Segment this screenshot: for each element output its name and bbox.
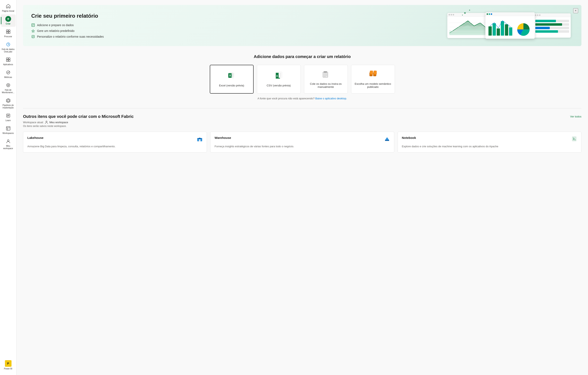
chart-window-1 (447, 13, 488, 38)
svg-rect-5 (6, 58, 8, 59)
datasource-grid: X Excel (versão prévia) (210, 65, 395, 94)
ver-todos-link[interactable]: Ver todos (570, 114, 581, 118)
svg-rect-3 (9, 32, 10, 33)
sidebar-item-meuworkspace[interactable]: Meu workspace (1, 137, 16, 151)
sidebar-item-criar[interactable]: + Criar (1, 14, 16, 27)
svg-rect-58 (324, 71, 327, 73)
sidebar-item-criar-label: Criar (6, 23, 10, 25)
step3-icon (31, 35, 35, 38)
section-divider (23, 108, 581, 108)
powerbi-button[interactable]: P Power BI (1, 359, 16, 372)
powerbi-logo-icon: P (5, 360, 11, 367)
lakehouse-title: Lakehouse (27, 136, 43, 139)
sidebar-item-home-label: Página Inicial (2, 10, 14, 12)
datasource-card-csv[interactable]: X CSV (versão prévia) (257, 65, 301, 94)
warehouse-title: Warehouse (214, 136, 231, 139)
hero-illustration (447, 12, 575, 39)
sidebar-item-procurar[interactable]: Procurar (1, 27, 16, 40)
sidebar-item-meuworkspace-label: Meu workspace (2, 145, 15, 150)
datasource-card-paste[interactable]: Cole os dados ou insira-os manualmente (304, 65, 348, 94)
svg-point-66 (46, 121, 47, 122)
learn-icon (5, 113, 11, 118)
svg-rect-15 (6, 127, 10, 130)
download-desktop-link[interactable]: Baixe o aplicativo desktop. (315, 97, 347, 100)
workspace-name: Meu workspace (49, 121, 68, 124)
sidebar-item-onelake-label: Hub de dados OneLake (2, 48, 15, 53)
datasource-section-title: Adicione dados para começar a criar um r… (23, 54, 581, 59)
sparkle3: ✦ (462, 14, 463, 16)
sidebar-item-home[interactable]: Página Inicial (1, 2, 16, 14)
svg-rect-6 (9, 58, 10, 59)
excel-card-label: Excel (versão prévia) (219, 84, 244, 87)
outros-section: Outros itens que você pode criar com o M… (23, 114, 581, 153)
sidebar: Página Inicial + Criar Procurar Hub de d… (0, 0, 16, 375)
hero-step-2: Gere um relatório predefinido (31, 29, 104, 33)
svg-rect-68 (199, 139, 200, 141)
svg-rect-29 (509, 27, 512, 36)
svg-rect-7 (6, 60, 8, 62)
item-card-warehouse[interactable]: Warehouse Forneça insights estratégicos … (210, 132, 394, 153)
notebook-icon (571, 136, 577, 143)
outros-title: Outros itens que você pode criar com o M… (23, 114, 134, 119)
hero-banner: × Crie seu primeiro relatório Adicione e… (23, 5, 581, 46)
item-card-lakehouse[interactable]: Lakehouse Armazene Big Data para limpeza… (23, 132, 207, 153)
notebook-card-header: Notebook (402, 136, 577, 143)
datasource-section: Adicione dados para começar a criar um r… (23, 54, 581, 100)
lakehouse-card-header: Lakehouse (27, 136, 203, 143)
hero-title: Crie seu primeiro relatório (31, 13, 104, 19)
notebook-title: Notebook (402, 136, 416, 139)
paste-icon (322, 70, 330, 80)
sidebar-item-procurar-label: Procurar (4, 35, 12, 38)
svg-marker-12 (6, 98, 10, 103)
criar-icon: + (5, 16, 11, 22)
hero-steps-list: Adicione e prepare os dados Gere um rela… (31, 23, 104, 38)
csv-icon: X (274, 72, 283, 81)
svg-rect-32 (535, 20, 556, 22)
sparkle2: ✦ (469, 9, 470, 11)
svg-rect-38 (535, 30, 558, 33)
sidebar-item-metricas-label: Métricas (4, 76, 12, 79)
semantic-icon (369, 70, 377, 80)
sidebar-item-onelake[interactable]: Hub de dados OneLake (1, 40, 16, 55)
svg-marker-13 (7, 100, 9, 102)
sidebar-item-workspaces-label: Workspaces (2, 132, 14, 135)
sidebar-item-metricas[interactable]: Métricas (1, 68, 16, 80)
datasource-card-excel[interactable]: X Excel (versão prévia) (210, 65, 253, 94)
sidebar-item-aplicativos-label: Aplicativos (3, 63, 13, 66)
svg-rect-1 (9, 30, 10, 32)
svg-text:X: X (229, 74, 231, 77)
svg-rect-36 (535, 27, 550, 29)
svg-rect-34 (535, 23, 562, 26)
item-card-notebook[interactable]: Notebook Explore dados e crie soluções d… (398, 132, 581, 153)
warehouse-desc: Forneça insights estratégicos de várias … (214, 145, 390, 148)
svg-rect-2 (6, 32, 8, 33)
main-content: × Crie seu primeiro relatório Adicione e… (16, 0, 588, 375)
meuworkspace-icon (5, 138, 11, 144)
sidebar-item-pipelines[interactable]: Pipelines de implantação (1, 96, 16, 111)
svg-point-10 (7, 84, 10, 87)
svg-rect-28 (505, 24, 508, 36)
semantic-card-label: Escolha um modelo semântico publicado (355, 82, 391, 88)
svg-point-16 (7, 140, 9, 141)
svg-point-11 (8, 85, 9, 86)
workspace-info: Workspace atual: Meu workspace (23, 120, 581, 124)
monitoramento-icon (5, 82, 11, 88)
svg-rect-26 (497, 28, 500, 36)
sidebar-item-monitoramento[interactable]: Hub de Monitorame... (1, 81, 16, 96)
sidebar-item-learn[interactable]: Learn (1, 111, 16, 123)
excel-icon: X (228, 72, 236, 81)
workspace-save-note: Os itens serão salvos neste workspace. (23, 125, 581, 128)
sidebar-item-aplicativos[interactable]: Aplicativos (1, 55, 16, 67)
workspace-label: Workspace atual: (23, 121, 44, 124)
sidebar-item-workspaces[interactable]: Workspaces (1, 124, 16, 136)
pipelines-icon (5, 97, 11, 103)
svg-rect-0 (6, 30, 8, 32)
outros-items-grid: Lakehouse Armazene Big Data para limpeza… (23, 132, 581, 153)
sidebar-item-learn-label: Learn (6, 119, 11, 122)
hero-step1-text: Adicione e prepare os dados (37, 23, 74, 27)
datasource-card-semantic[interactable]: Escolha um modelo semântico publicado (351, 65, 395, 94)
svg-rect-25 (493, 23, 496, 36)
step1-icon (31, 23, 35, 27)
home-icon (5, 3, 11, 9)
no-source-text-content: A fonte que você procura não está aparec… (258, 97, 315, 100)
